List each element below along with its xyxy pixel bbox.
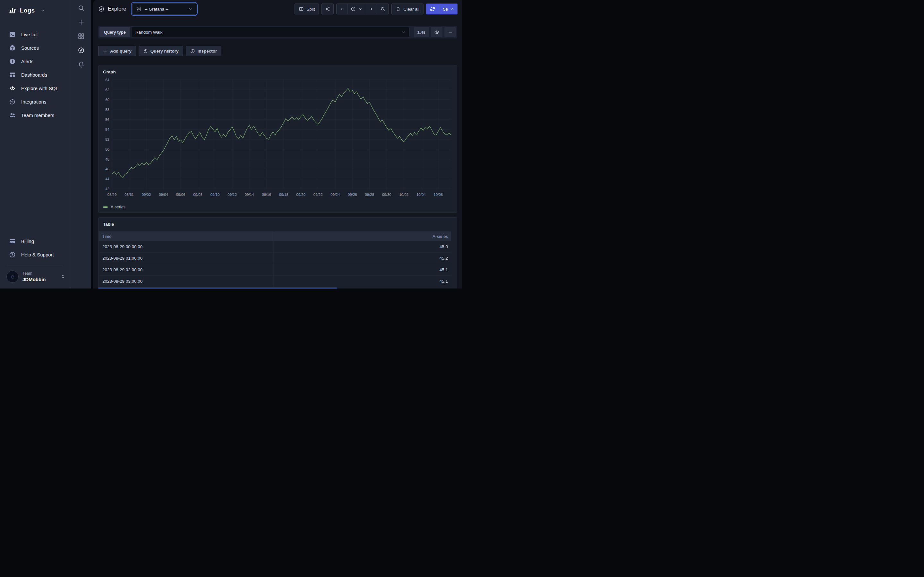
svg-text:09/22: 09/22 — [313, 193, 323, 197]
clear-all-button[interactable]: Clear all — [391, 3, 423, 15]
table-header-a-series[interactable]: A-series — [274, 231, 451, 241]
sidebar-item-label: Dashboards — [21, 72, 47, 77]
graph-panel-title: Graph — [99, 65, 457, 76]
sidebar-item-alerts[interactable]: Alerts — [0, 55, 71, 68]
app-title: Logs — [20, 7, 35, 14]
time-shift-back-button[interactable] — [336, 4, 347, 14]
svg-text:46: 46 — [105, 167, 110, 171]
workspace-switcher[interactable]: Logs — [0, 0, 71, 15]
table-panel-title: Table — [99, 218, 457, 228]
page-title: Explore — [98, 6, 126, 12]
table-row: 2023-08-29 03:00:0045.1 — [99, 276, 451, 287]
table-row: 2023-08-29 00:00:0045.0 — [99, 241, 451, 253]
svg-text:09/30: 09/30 — [382, 193, 391, 197]
svg-text:09/28: 09/28 — [365, 193, 374, 197]
time-range-picker[interactable] — [347, 4, 366, 14]
sidebar-item-billing[interactable]: Billing — [0, 234, 71, 248]
rail-button-grid[interactable] — [74, 29, 88, 43]
sidebar-item-explore-with-sql[interactable]: Explore with SQL — [0, 81, 71, 95]
svg-text:09/02: 09/02 — [142, 193, 151, 197]
toggle-visibility-button[interactable] — [431, 27, 443, 37]
minus-icon — [447, 29, 453, 35]
cell-time: 2023-08-29 03:00:00 — [99, 276, 274, 287]
terminal-icon — [9, 31, 16, 38]
svg-text:58: 58 — [105, 108, 110, 111]
team-kicker: Team — [23, 271, 57, 276]
query-actions: Add queryQuery historyInspector — [98, 46, 457, 56]
avatar: e — [6, 271, 19, 283]
plus-icon — [78, 19, 85, 26]
share-button[interactable] — [321, 3, 334, 15]
cell-value: 45.1 — [274, 264, 451, 276]
history-icon — [143, 49, 148, 53]
sidebar-item-live-tail[interactable]: Live tail — [0, 27, 71, 41]
plus-icon — [103, 49, 107, 53]
table-hscrollbar-thumb[interactable] — [98, 287, 337, 288]
datasource-value: -- Grafana -- — [145, 7, 168, 11]
time-shift-forward-button[interactable] — [366, 4, 377, 14]
sidebar-item-help-support[interactable]: Help & Support — [0, 248, 71, 261]
svg-text:48: 48 — [105, 157, 110, 161]
svg-text:50: 50 — [105, 147, 110, 151]
table-body: 2023-08-29 00:00:0045.02023-08-29 01:00:… — [99, 241, 457, 287]
split-button[interactable]: Split — [294, 3, 319, 15]
sidebar-item-team-members[interactable]: Team members — [0, 108, 71, 122]
integrations-icon — [9, 98, 16, 105]
svg-text:10/02: 10/02 — [399, 193, 409, 197]
info-circle-icon — [190, 49, 195, 53]
trash-icon — [396, 6, 401, 11]
sidebar-footer: BillingHelp & Support e Team JDMobbin — [0, 234, 71, 286]
sidebar-divider — [7, 266, 63, 266]
table-header-time[interactable]: Time — [99, 231, 274, 241]
svg-text:60: 60 — [105, 98, 110, 102]
svg-text:54: 54 — [105, 127, 110, 131]
refresh-interval-picker[interactable]: 5s — [439, 3, 457, 15]
rail-button-bell[interactable] — [74, 58, 88, 71]
query-type-select[interactable]: Random Walk — [131, 27, 410, 37]
explore-body: Query type Random Walk 1.4s Add queryQue… — [93, 18, 462, 288]
cube-icon — [9, 45, 16, 51]
split-columns-icon — [299, 6, 304, 11]
refresh-button: 5s — [426, 3, 457, 15]
remove-query-button[interactable] — [444, 27, 456, 37]
cell-value: 45.0 — [274, 241, 451, 252]
topbar-actions: Split — [294, 3, 457, 15]
chevrons-updown-icon — [60, 274, 65, 279]
rail-button-search[interactable] — [74, 1, 88, 15]
graph-legend[interactable]: A-series — [99, 203, 457, 213]
table-panel: Table Time A-series 2023-08-29 00:00:004… — [98, 218, 457, 288]
svg-text:42: 42 — [105, 187, 110, 191]
zoom-out-icon — [380, 6, 385, 11]
svg-text:09/08: 09/08 — [193, 193, 202, 197]
add-query-button[interactable]: Add query — [98, 46, 136, 56]
svg-text:09/24: 09/24 — [330, 193, 340, 197]
sidebar-item-dashboards[interactable]: Dashboards — [0, 68, 71, 81]
inspector-button[interactable]: Inspector — [186, 46, 222, 56]
chevron-left-icon — [340, 7, 344, 11]
content: Explore -- Grafana -- Split — [93, 0, 462, 288]
cell-value: 45.2 — [274, 253, 451, 264]
users-icon — [9, 112, 16, 119]
datasource-picker[interactable]: -- Grafana -- — [132, 3, 196, 15]
graph-canvas[interactable]: 64626058565452504846444208/2908/3109/020… — [102, 76, 453, 203]
sidebar-item-label: Alerts — [21, 59, 33, 64]
rail-button-plus[interactable] — [74, 15, 88, 29]
table-header: Time A-series — [99, 231, 451, 241]
svg-text:09/18: 09/18 — [279, 193, 288, 197]
sidebar-item-label: Live tail — [21, 32, 37, 37]
table-row: 2023-08-29 02:00:0045.1 — [99, 264, 451, 276]
svg-text:09/04: 09/04 — [159, 193, 168, 197]
rail-button-compass[interactable] — [74, 44, 88, 57]
svg-text:09/06: 09/06 — [176, 193, 186, 197]
logs-logo-icon — [8, 6, 17, 15]
sidebar-item-integrations[interactable]: Integrations — [0, 95, 71, 108]
zoom-out-button[interactable] — [377, 4, 389, 14]
run-query-button[interactable] — [426, 3, 439, 15]
page-title-label: Explore — [108, 6, 126, 12]
team-selector[interactable]: e Team JDMobbin — [0, 269, 71, 286]
query-history-button[interactable]: Query history — [139, 46, 183, 56]
svg-text:09/20: 09/20 — [296, 193, 305, 197]
compass-icon — [98, 6, 105, 12]
sidebar-item-sources[interactable]: Sources — [0, 41, 71, 55]
sidebar-item-label: Billing — [21, 239, 34, 244]
